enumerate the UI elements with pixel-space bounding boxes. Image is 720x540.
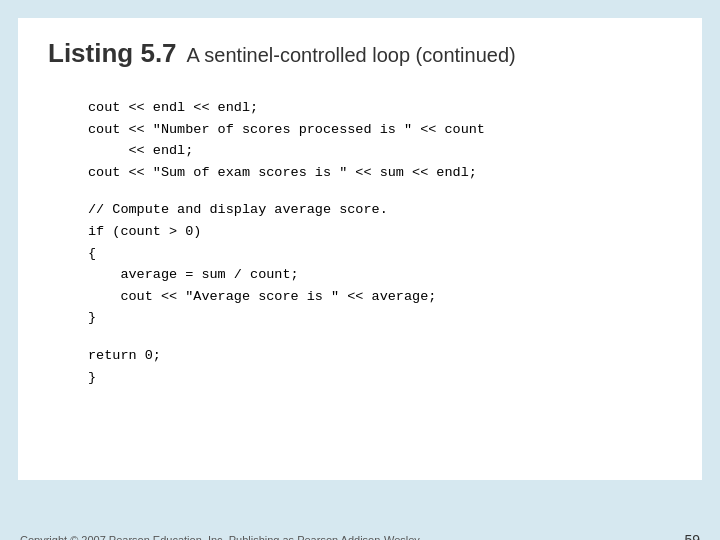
code-line: if (count > 0) <box>88 221 672 243</box>
code-line: << endl; <box>88 140 672 162</box>
code-section-3: return 0; } <box>88 345 672 388</box>
code-line: } <box>88 307 672 329</box>
title-listing: Listing 5.7 <box>48 38 177 69</box>
code-line: cout << endl << endl; <box>88 97 672 119</box>
code-line: { <box>88 243 672 265</box>
code-line: } <box>88 367 672 389</box>
code-section-2: // Compute and display average score. if… <box>88 199 672 329</box>
code-line: // Compute and display average score. <box>88 199 672 221</box>
title-subtitle: A sentinel-controlled loop (continued) <box>187 44 516 67</box>
content-area: Listing 5.7 A sentinel-controlled loop (… <box>18 18 702 480</box>
code-line: cout << "Average score is " << average; <box>88 286 672 308</box>
footer-page: 59 <box>684 532 700 540</box>
code-line: average = sum / count; <box>88 264 672 286</box>
code-line: cout << "Sum of exam scores is " << sum … <box>88 162 672 184</box>
title-row: Listing 5.7 A sentinel-controlled loop (… <box>48 38 672 69</box>
code-block: cout << endl << endl; cout << "Number of… <box>88 97 672 388</box>
code-line: cout << "Number of scores processed is "… <box>88 119 672 141</box>
slide: Listing 5.7 A sentinel-controlled loop (… <box>0 18 720 540</box>
code-line: return 0; <box>88 345 672 367</box>
footer: Copyright © 2007 Pearson Education, Inc.… <box>0 522 720 540</box>
footer-copyright: Copyright © 2007 Pearson Education, Inc.… <box>20 534 420 540</box>
code-section-1: cout << endl << endl; cout << "Number of… <box>88 97 672 183</box>
